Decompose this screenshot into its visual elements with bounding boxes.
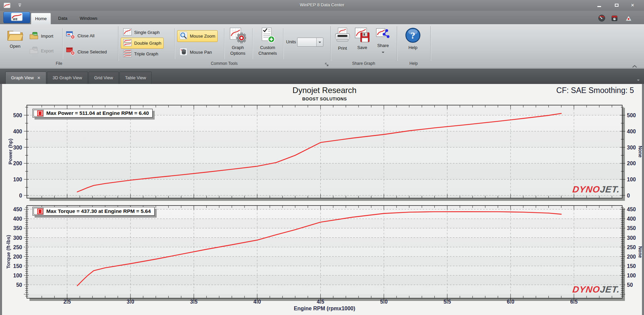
power-axis-title: Power (hp) (7, 105, 13, 198)
title-bar: WinPEP 8 Data Center ✕ (0, 0, 644, 11)
chevron-down-icon (316, 38, 323, 46)
minimize-button[interactable] (593, 2, 605, 9)
import-button[interactable]: CSV Import (27, 30, 56, 42)
svg-text:50: 50 (16, 282, 22, 288)
share-button[interactable]: Share (373, 26, 393, 56)
units-label: Units (284, 38, 299, 46)
torque-legend-text: Max Torque = 437.30 at Engine RPM = 5.64 (46, 208, 151, 214)
save-button[interactable]: Save (353, 26, 372, 51)
tab-overflow-icon[interactable] (637, 77, 640, 83)
device-icon[interactable] (610, 14, 619, 22)
maximize-button[interactable] (610, 2, 623, 9)
svg-text:350: 350 (13, 225, 22, 231)
export-button[interactable]: CSV Export (27, 45, 56, 57)
svg-text:450: 450 (13, 207, 22, 212)
group-label-common-tools: Common Tools (118, 61, 330, 66)
tab-home[interactable]: Home (31, 13, 51, 24)
gauge-icon[interactable] (598, 14, 606, 22)
close-selected-button[interactable]: Close Selected (64, 46, 109, 58)
triple-graph-button[interactable]: Triple Graph (121, 48, 161, 59)
svg-text:3.0: 3.0 (127, 299, 134, 305)
svg-text:150: 150 (13, 263, 22, 269)
svg-text:6.0: 6.0 (507, 299, 514, 305)
svg-text:350: 350 (627, 225, 636, 231)
triple-graph-icon (123, 50, 132, 58)
single-graph-button[interactable]: Single Graph (121, 27, 162, 38)
close-selected-icon (66, 47, 75, 56)
magnifier-icon (179, 32, 187, 41)
svg-text:500: 500 (627, 113, 636, 118)
torque-legend[interactable]: Max Torque = 437.30 at Engine RPM = 5.64 (33, 207, 155, 216)
double-graph-button[interactable]: Double Graph (121, 38, 164, 49)
tab-close-icon[interactable]: ✕ (37, 72, 41, 84)
svg-text:50: 50 (627, 282, 633, 288)
tab-windows[interactable]: Windows (74, 13, 103, 24)
units-value (298, 38, 316, 46)
share-icon (376, 27, 390, 42)
svg-text:200: 200 (13, 254, 22, 260)
torque-right-axis-title: None (638, 206, 643, 298)
doc-tab-graph-view[interactable]: Graph View ✕ (5, 72, 46, 84)
hazard-icon[interactable] (625, 14, 633, 22)
svg-text:300: 300 (13, 235, 22, 241)
group-label-share-graph: Share Graph (330, 61, 397, 66)
printer-icon (335, 27, 350, 45)
svg-text:250: 250 (627, 244, 636, 250)
svg-text:3.5: 3.5 (190, 299, 198, 305)
csv-export-icon: CSV (29, 46, 39, 55)
doc-tab-grid-view[interactable]: Grid View (89, 72, 119, 84)
svg-text:300: 300 (627, 235, 636, 241)
x-axis-title: Engine RPM (rpmx1000) (27, 306, 622, 312)
share-dropdown-icon (381, 49, 385, 54)
svg-text:400: 400 (627, 129, 636, 134)
svg-text:150: 150 (627, 263, 636, 269)
svg-text:200: 200 (627, 161, 636, 166)
doc-tab-table-view[interactable]: Table View (119, 72, 152, 84)
units-combobox[interactable] (297, 38, 323, 47)
power-right-axis-title: None (638, 105, 643, 198)
mouse-zoom-button[interactable]: Mouse Zoom (177, 30, 218, 42)
winpep-logo-icon: W8 (11, 12, 23, 22)
doc-tab-3d-graph-view[interactable]: 3D Graph View (47, 72, 88, 84)
print-button[interactable]: Print (333, 26, 352, 52)
svg-text:0: 0 (19, 193, 22, 198)
svg-text:250: 250 (13, 244, 22, 250)
mouse-pan-button[interactable]: Mouse Pan (177, 46, 214, 58)
help-icon: ? (405, 27, 421, 44)
svg-text:450: 450 (627, 207, 636, 212)
svg-text:300: 300 (13, 145, 22, 150)
svg-text:5.5: 5.5 (443, 299, 451, 305)
svg-text:?: ? (411, 30, 415, 41)
dynojet-watermark: DYNOJET. (562, 284, 620, 295)
group-label-help: Help (397, 61, 430, 66)
graph-options-button[interactable]: Graph Options (226, 26, 250, 57)
save-chart-icon (355, 27, 370, 44)
svg-text:0: 0 (627, 193, 630, 198)
graph-options-icon (229, 27, 246, 44)
custom-channels-icon (260, 27, 275, 44)
folder-icon (7, 28, 23, 43)
dialog-launcher-icon[interactable] (325, 62, 329, 68)
svg-text:300: 300 (627, 145, 636, 150)
svg-text:4.0: 4.0 (254, 299, 261, 305)
hand-icon (179, 48, 187, 57)
power-legend[interactable]: Max Power = 511.04 at Engine RPM = 6.40 (33, 109, 153, 118)
correction-factor-label: CF: SAE Smoothing: 5 (463, 86, 634, 95)
close-all-button[interactable]: Close All (64, 30, 97, 42)
svg-text:200: 200 (13, 161, 22, 166)
help-button[interactable]: ? Help (402, 26, 424, 51)
legend-marker (34, 110, 44, 117)
svg-text:5.0: 5.0 (380, 299, 387, 305)
application-button[interactable]: W8 (3, 12, 30, 23)
close-button[interactable]: ✕ (627, 2, 639, 9)
svg-text:100: 100 (13, 177, 22, 182)
double-graph-icon (123, 39, 132, 47)
open-button[interactable]: Open (4, 27, 26, 50)
dynojet-watermark: DYNOJET. (562, 184, 620, 195)
custom-channels-button[interactable]: Custom Channels (254, 26, 281, 57)
torque-chart[interactable]: 5050100100150150200200250250300300350350… (0, 201, 644, 315)
svg-text:400: 400 (13, 129, 22, 134)
single-graph-icon (123, 28, 132, 37)
tab-data[interactable]: Data (53, 13, 72, 24)
svg-text:4.5: 4.5 (317, 299, 324, 305)
